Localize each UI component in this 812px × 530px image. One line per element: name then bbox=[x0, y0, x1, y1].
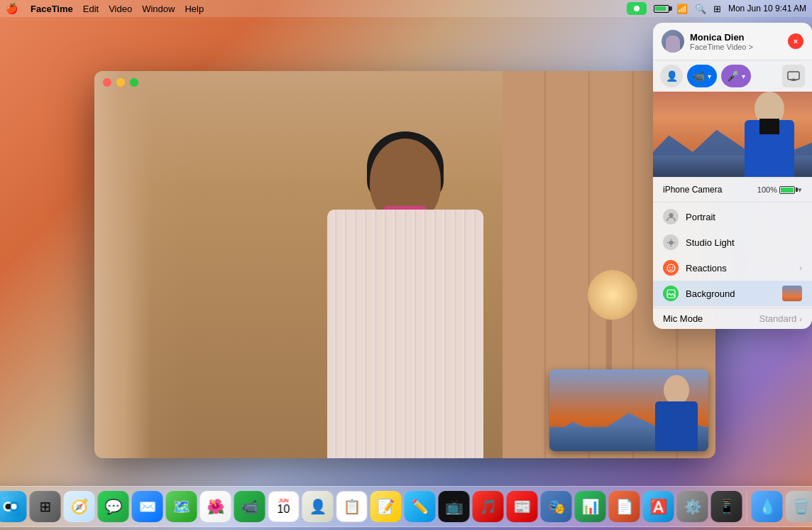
dock-safari[interactable]: 🧭 bbox=[64, 491, 95, 522]
battery-fill bbox=[781, 188, 794, 193]
dock-keynote[interactable]: 🎭 bbox=[541, 491, 572, 522]
iphone-mirror-icon: 📱 bbox=[718, 498, 735, 515]
dock-news[interactable]: 📰 bbox=[507, 491, 538, 522]
person-body bbox=[327, 210, 483, 458]
panel-header: Monica Dien FaceTime Video > × bbox=[653, 23, 812, 60]
traffic-lights bbox=[103, 78, 138, 87]
recording-indicator bbox=[627, 2, 647, 15]
finder-icon bbox=[1, 497, 21, 517]
dock: ⊞ 🧭 💬 ✉️ 🗺️ 🌺 📹 JUN 10 👤 📋 📝 ✏️ bbox=[0, 486, 812, 527]
svg-point-16 bbox=[11, 504, 17, 509]
contact-sub[interactable]: FaceTime Video > bbox=[690, 43, 782, 51]
main-video-area bbox=[94, 71, 715, 458]
self-preview-bg bbox=[549, 369, 708, 451]
dock-appstore[interactable]: 🅰️ bbox=[643, 491, 674, 522]
dock-calendar[interactable]: JUN 10 bbox=[268, 491, 300, 522]
menu-bar: 🍎 FaceTime Edit Video Window Help 📶 🔍 ⊞ … bbox=[0, 0, 812, 17]
facetime-window bbox=[94, 71, 715, 458]
svg-point-15 bbox=[6, 504, 11, 509]
mic-button[interactable]: 🎤 ▾ bbox=[721, 65, 751, 87]
battery-icon bbox=[654, 5, 669, 13]
self-person bbox=[655, 375, 698, 451]
reactions-label: Reactions bbox=[686, 263, 792, 274]
camera-right: 100% ▾ bbox=[757, 185, 802, 195]
portrait-row[interactable]: Portrait bbox=[653, 204, 812, 229]
freeform-icon: ✏️ bbox=[411, 498, 429, 515]
dock-messages[interactable]: 💬 bbox=[98, 491, 129, 522]
panel-close-button[interactable]: × bbox=[788, 33, 803, 49]
video-button[interactable]: 📹 ▾ bbox=[687, 65, 717, 87]
video-icon: 📹 bbox=[693, 70, 705, 82]
search-icon[interactable]: 🔍 bbox=[695, 4, 706, 14]
appletv-icon: 📺 bbox=[445, 498, 463, 515]
keynote-icon: 🎭 bbox=[547, 498, 565, 515]
notes-icon: 📝 bbox=[377, 498, 395, 515]
screen-share-icon bbox=[782, 65, 805, 87]
dock-finder[interactable] bbox=[0, 491, 27, 522]
mic-mode-chevron-icon: › bbox=[799, 315, 802, 323]
maps-icon: 🗺️ bbox=[172, 498, 190, 515]
dock-music[interactable]: 🎵 bbox=[473, 491, 504, 522]
help-menu[interactable]: Help bbox=[185, 4, 204, 14]
dock-syspreferences[interactable]: ⚙️ bbox=[677, 491, 708, 522]
dock-notes[interactable]: 📝 bbox=[371, 491, 402, 522]
close-button[interactable] bbox=[103, 78, 111, 87]
launchpad-icon: ⊞ bbox=[39, 498, 51, 515]
dock-facetime[interactable]: 📹 bbox=[234, 491, 265, 522]
dock-contacts[interactable]: 👤 bbox=[302, 491, 334, 522]
mic-icon: 🎤 bbox=[727, 70, 739, 82]
self-preview bbox=[549, 369, 708, 451]
screen-share-button[interactable] bbox=[782, 65, 805, 87]
mic-control: 🎤 ▾ bbox=[721, 65, 751, 87]
battery-icon-camera bbox=[779, 186, 795, 194]
dock-pages[interactable]: 📄 bbox=[609, 491, 640, 522]
self-head bbox=[664, 375, 689, 405]
dock-launchpad[interactable]: ⊞ bbox=[30, 491, 61, 522]
camera-chevron-icon[interactable]: ▾ bbox=[798, 185, 802, 195]
background-row[interactable]: Background bbox=[653, 281, 812, 306]
reactions-row[interactable]: Reactions › bbox=[653, 255, 812, 281]
panel-controls-row: 👤 📹 ▾ 🎤 ▾ bbox=[653, 60, 812, 92]
background-label: Background bbox=[686, 288, 775, 299]
dock-appletv[interactable]: 📺 bbox=[439, 491, 470, 522]
mail-icon: ✉️ bbox=[138, 498, 156, 515]
dock-reminders[interactable]: 📋 bbox=[336, 491, 368, 522]
dock-downloads[interactable]: 💧 bbox=[752, 491, 783, 522]
self-body bbox=[655, 401, 698, 451]
studio-light-icon bbox=[663, 234, 679, 250]
dock-mail[interactable]: ✉️ bbox=[132, 491, 163, 522]
menu-bar-left: 🍎 FaceTime Edit Video Window Help bbox=[6, 3, 204, 14]
numbers-icon: 📊 bbox=[581, 498, 599, 515]
person-circle-icon: 👤 bbox=[660, 65, 683, 87]
dock-iphnemirror[interactable]: 📱 bbox=[711, 491, 742, 522]
background-thumbnail bbox=[782, 286, 802, 301]
studio-light-row[interactable]: Studio Light bbox=[653, 229, 812, 255]
dock-freeform[interactable]: ✏️ bbox=[405, 491, 436, 522]
dock-numbers[interactable]: 📊 bbox=[575, 491, 606, 522]
camera-effects-section: Portrait Studio Light Reactions › Backgr… bbox=[653, 202, 812, 308]
apple-logo-icon[interactable]: 🍎 bbox=[6, 3, 18, 14]
dock-maps[interactable]: 🗺️ bbox=[166, 491, 197, 522]
dock-photos[interactable]: 🌺 bbox=[200, 491, 231, 522]
contact-icon-button[interactable]: 👤 bbox=[660, 65, 683, 87]
maximize-button[interactable] bbox=[130, 78, 138, 87]
control-center-icon[interactable]: ⊞ bbox=[713, 4, 721, 14]
window-menu[interactable]: Window bbox=[142, 4, 175, 14]
syspreferences-icon: ⚙️ bbox=[684, 498, 701, 515]
contact-name: Monica Dien bbox=[690, 32, 782, 43]
messages-icon: 💬 bbox=[104, 498, 122, 515]
downloads-icon: 💧 bbox=[758, 498, 776, 515]
menu-bar-right: 📶 🔍 ⊞ Mon Jun 10 9:41 AM bbox=[627, 2, 806, 15]
control-panel: Monica Dien FaceTime Video > × 👤 📹 ▾ 🎤 ▾ bbox=[653, 23, 812, 329]
dock-trash[interactable]: 🗑️ bbox=[786, 491, 813, 522]
studio-light-label: Studio Light bbox=[686, 237, 802, 248]
edit-menu[interactable]: Edit bbox=[83, 4, 99, 14]
minimize-button[interactable] bbox=[116, 78, 125, 87]
video-chevron-icon: ▾ bbox=[708, 72, 711, 80]
datetime: Mon Jun 10 9:41 AM bbox=[728, 4, 806, 13]
reactions-icon bbox=[663, 260, 679, 276]
app-name-menu[interactable]: FaceTime bbox=[31, 4, 73, 14]
camera-row[interactable]: iPhone Camera 100% ▾ bbox=[653, 182, 812, 198]
video-menu[interactable]: Video bbox=[109, 4, 132, 14]
mic-mode-row[interactable]: Mic Mode Standard › bbox=[653, 308, 812, 329]
